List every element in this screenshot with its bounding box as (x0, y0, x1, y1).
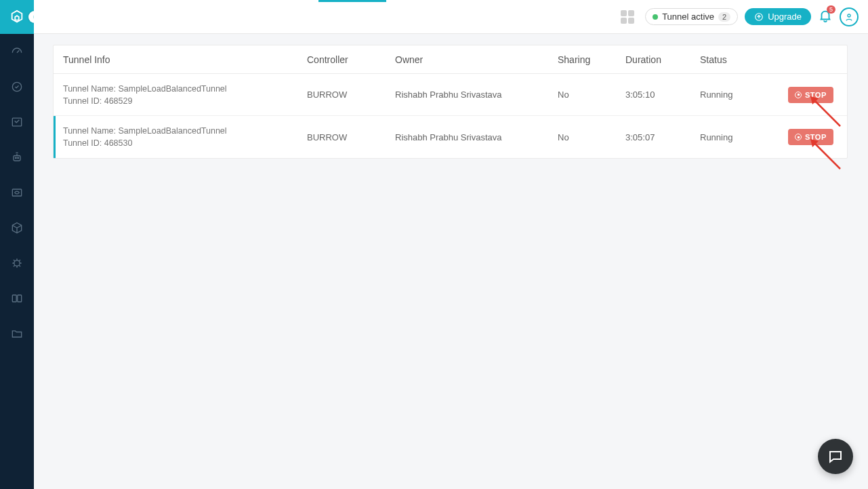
nav-dashboard[interactable] (0, 34, 34, 69)
tunnel-status-pill[interactable]: Tunnel active 2 (645, 8, 738, 25)
svg-point-6 (14, 260, 20, 266)
upgrade-icon (754, 12, 764, 22)
table-row[interactable]: Tunnel Name: SampleLoadBalancedTunnel Tu… (54, 74, 847, 116)
table-header: Tunnel Info Controller Owner Sharing Dur… (54, 45, 847, 74)
gauge-icon (10, 45, 24, 58)
upgrade-button[interactable]: Upgrade (745, 8, 811, 25)
svg-point-3 (16, 157, 17, 159)
duration-cell: 3:05:10 (625, 90, 700, 100)
tunnel-count-badge: 2 (718, 12, 730, 22)
annotation-arrow (809, 138, 843, 174)
app-grid-button[interactable] (621, 10, 634, 24)
folder-icon (10, 327, 24, 340)
nav-screenshot[interactable] (0, 104, 34, 140)
svg-point-4 (18, 157, 19, 159)
table-row[interactable]: Tunnel Name: SampleLoadBalancedTunnel Tu… (54, 116, 847, 158)
tunnel-name-line: Tunnel Name: SampleLoadBalancedTunnel (63, 126, 307, 136)
col-owner: Owner (395, 54, 558, 65)
status-cell: Running (700, 90, 788, 100)
home-hex-icon (9, 9, 24, 24)
tunnel-info-cell: Tunnel Name: SampleLoadBalancedTunnel Tu… (63, 84, 307, 106)
svg-rect-2 (14, 156, 20, 161)
notifications-button[interactable]: 5 (818, 8, 833, 26)
status-dot-icon (653, 14, 658, 20)
clock-check-icon (10, 80, 24, 94)
upgrade-label: Upgrade (768, 12, 802, 22)
svg-line-13 (813, 142, 840, 169)
stop-icon (795, 134, 802, 140)
annotation-arrow (809, 95, 843, 132)
nav-automation[interactable] (0, 140, 34, 175)
user-icon (844, 12, 854, 22)
nav-integrations[interactable] (0, 281, 34, 316)
svg-rect-8 (18, 295, 22, 302)
status-cell: Running (700, 132, 788, 142)
tunnel-id-line: Tunnel ID: 468530 (63, 138, 307, 148)
svg-line-11 (813, 99, 840, 126)
sharing-cell: No (558, 90, 625, 100)
sidebar (0, 0, 34, 489)
topbar: Tunnel active 2 Upgrade 5 (34, 0, 868, 34)
chat-button[interactable] (818, 439, 853, 474)
owner-cell: Rishabh Prabhu Srivastava (395, 90, 558, 100)
tunnel-info-cell: Tunnel Name: SampleLoadBalancedTunnel Tu… (63, 126, 307, 148)
bug-icon (10, 256, 24, 270)
robot-icon (10, 151, 24, 164)
arrow-icon (809, 138, 843, 172)
col-tunnel-info: Tunnel Info (63, 54, 307, 65)
nav-issues[interactable] (0, 246, 34, 281)
col-sharing: Sharing (558, 54, 625, 65)
tunnel-status-label: Tunnel active (662, 12, 714, 22)
svg-rect-5 (12, 189, 21, 196)
nav-projects[interactable] (0, 316, 34, 351)
split-icon (10, 292, 24, 305)
stop-icon (795, 92, 802, 98)
nav-visual[interactable] (0, 175, 34, 210)
tunnel-id-line: Tunnel ID: 468529 (63, 96, 307, 106)
screenshot-icon (10, 115, 24, 129)
chat-icon (827, 448, 844, 465)
controller-cell: BURROW (307, 132, 395, 142)
col-duration: Duration (625, 54, 700, 65)
active-tab-indicator (318, 0, 386, 2)
svg-point-10 (848, 14, 850, 17)
col-controller: Controller (307, 54, 395, 65)
duration-cell: 3:05:07 (625, 132, 700, 142)
controller-cell: BURROW (307, 90, 395, 100)
tunnels-table: Tunnel Info Controller Owner Sharing Dur… (53, 45, 848, 159)
arrow-icon (809, 95, 843, 129)
sharing-cell: No (558, 132, 625, 142)
profile-button[interactable] (840, 7, 859, 26)
notification-count: 5 (827, 5, 835, 14)
nav-realtime[interactable] (0, 69, 34, 104)
eye-rect-icon (10, 186, 24, 199)
cube-icon (10, 221, 24, 235)
nav-builds[interactable] (0, 210, 34, 246)
main-content: Tunnel Info Controller Owner Sharing Dur… (53, 45, 848, 159)
owner-cell: Rishabh Prabhu Srivastava (395, 132, 558, 142)
tunnel-name-line: Tunnel Name: SampleLoadBalancedTunnel (63, 84, 307, 94)
col-status: Status (700, 54, 788, 65)
svg-rect-7 (12, 295, 16, 302)
